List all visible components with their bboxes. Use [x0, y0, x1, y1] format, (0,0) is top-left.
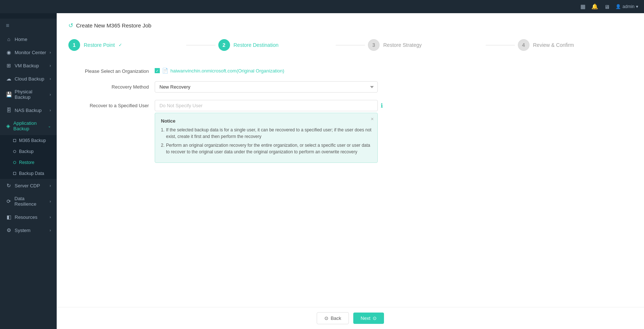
- sidebar-item-application-backup[interactable]: ◈ Application Backup ⌄: [0, 117, 57, 135]
- org-selection: 📄 haiwanvinchin.onmicrosoft.com(Original…: [155, 66, 398, 74]
- sidebar-item-label: Server CDP: [15, 183, 40, 188]
- sidebar-sub-label: M365 Backup: [19, 138, 46, 143]
- application-backup-icon: ◈: [6, 123, 11, 129]
- sidebar-sub-label: Backup Data: [19, 171, 44, 176]
- sidebar-item-home[interactable]: ⌂ Home: [0, 33, 57, 46]
- system-icon: ⚙: [6, 227, 12, 233]
- step-divider-1: [186, 45, 215, 45]
- sidebar-item-label: Resources: [15, 214, 37, 220]
- step-3-label: Restore Strategy: [383, 42, 422, 48]
- chevron-icon: ›: [50, 77, 51, 81]
- step-4-label: Review & Confirm: [533, 42, 574, 48]
- sidebar-item-label: System: [15, 228, 30, 233]
- next-circle-icon: ⊙: [373, 315, 377, 321]
- user-menu[interactable]: 👤 admin ▾: [615, 4, 638, 9]
- home-icon: ⌂: [6, 36, 12, 42]
- sidebar-item-server-cdp[interactable]: ↻ Server CDP ›: [0, 179, 57, 192]
- sidebar-item-physical-backup[interactable]: 💾 Physical Backup ›: [0, 85, 57, 104]
- monitor-icon[interactable]: ▦: [580, 3, 585, 10]
- chevron-icon: ›: [50, 51, 51, 55]
- square-dot-icon: [13, 172, 16, 175]
- step-1-check: ✓: [118, 42, 122, 48]
- sidebar-item-backup[interactable]: Backup: [0, 146, 57, 157]
- data-resilience-icon: ⟳: [6, 198, 12, 204]
- chevron-icon: ›: [50, 199, 51, 203]
- recover-user-row: Recover to a Specified User ℹ × Notice I…: [68, 100, 398, 163]
- sidebar-item-system[interactable]: ⚙ System ›: [0, 224, 57, 237]
- sidebar-item-nas-backup[interactable]: 🗄 NAS Backup ›: [0, 104, 57, 117]
- chevron-icon: ›: [50, 64, 51, 68]
- nas-backup-icon: 🗄: [6, 107, 12, 113]
- bottom-bar: ⊙ Back Next ⊙: [57, 307, 644, 329]
- bell-icon[interactable]: 🔔: [591, 3, 598, 10]
- recovery-method-select[interactable]: New Recovery Overwrite Recovery: [155, 81, 378, 93]
- resources-icon: ◧: [6, 214, 12, 220]
- step-3-circle: 3: [368, 39, 380, 51]
- org-link[interactable]: haiwanvinchin.onmicrosoft.com(Original O…: [170, 68, 284, 74]
- page-title: Create New M365 Restore Job: [76, 22, 151, 29]
- org-checkbox[interactable]: [155, 68, 160, 73]
- sidebar-item-cloud-backup[interactable]: ☁ Cloud Backup ›: [0, 72, 57, 85]
- sidebar-item-label: Data Resilience: [15, 196, 47, 207]
- sidebar-item-monitor-center[interactable]: ◉ Monitor Center ›: [0, 46, 57, 59]
- back-button[interactable]: ⊙ Back: [317, 312, 349, 324]
- display-icon[interactable]: 🖥: [604, 4, 610, 10]
- step-3: 3 Restore Strategy: [368, 39, 483, 51]
- dot-icon: [13, 150, 16, 153]
- sidebar-item-label: Application Backup: [14, 120, 45, 131]
- recover-user-label: Recover to a Specified User: [68, 100, 149, 108]
- sidebar-item-data-resilience[interactable]: ⟳ Data Resilience ›: [0, 192, 57, 210]
- step-divider-2: [336, 45, 365, 45]
- stepper: 1 Restore Point ✓ 2 Restore Destination …: [68, 39, 632, 51]
- step-1-circle: 1: [68, 39, 80, 51]
- hamburger-button[interactable]: ≡: [0, 19, 57, 33]
- org-file-icon: 📄: [162, 68, 168, 74]
- step-4: 4 Review & Confirm: [518, 39, 633, 51]
- org-control: 📄 haiwanvinchin.onmicrosoft.com(Original…: [155, 66, 398, 74]
- sidebar-item-restore[interactable]: Restore: [0, 157, 57, 168]
- step-divider-3: [486, 45, 515, 45]
- step-1: 1 Restore Point ✓: [68, 39, 183, 51]
- chevron-icon: ›: [50, 215, 51, 219]
- chevron-icon: ›: [50, 184, 51, 188]
- sidebar-item-label: Home: [15, 37, 27, 42]
- sidebar-item-label: Monitor Center: [15, 50, 46, 55]
- step-4-circle: 4: [518, 39, 530, 51]
- org-label: Please Select an Organization: [68, 66, 149, 74]
- notice-close-button[interactable]: ×: [371, 116, 374, 122]
- refresh-icon[interactable]: ↺: [68, 22, 73, 29]
- info-icon[interactable]: ℹ: [381, 102, 383, 109]
- step-2-label: Restore Destination: [234, 42, 279, 48]
- user-chevron-icon: ▾: [636, 4, 638, 9]
- next-button[interactable]: Next ⊙: [353, 313, 384, 324]
- sidebar-item-label: NAS Backup: [15, 108, 42, 113]
- recovery-method-row: Recovery Method New Recovery Overwrite R…: [68, 81, 398, 93]
- server-cdp-icon: ↻: [6, 183, 12, 188]
- cloud-backup-icon: ☁: [6, 76, 12, 82]
- sidebar-item-resources[interactable]: ◧ Resources ›: [0, 210, 57, 224]
- sidebar-item-label: VM Backup: [15, 63, 39, 68]
- sidebar-item-m365-backup[interactable]: M365 Backup: [0, 135, 57, 146]
- notice-item-2: Perform an original organization recover…: [161, 142, 372, 155]
- back-label: Back: [331, 315, 341, 321]
- chevron-icon: ›: [50, 108, 51, 112]
- page-title-area: ↺ Create New M365 Restore Job: [68, 22, 632, 29]
- square-dot-icon: [13, 139, 16, 142]
- topbar: ▦ 🔔 🖥 👤 admin ▾: [0, 0, 644, 13]
- sidebar: vinchin ≡ ⌂ Home ◉ Monitor Center › ⊞ VM…: [0, 0, 57, 329]
- notice-list: If the selected backup data is for a sin…: [161, 127, 372, 155]
- org-row: Please Select an Organization 📄 haiwanvi…: [68, 66, 398, 74]
- sidebar-item-label: Cloud Backup: [15, 76, 44, 82]
- application-backup-submenu: M365 Backup Backup Restore Backup Data: [0, 135, 57, 179]
- notice-item-1: If the selected backup data is for a sin…: [161, 127, 372, 140]
- recovery-method-label: Recovery Method: [68, 81, 149, 90]
- recover-user-input[interactable]: [155, 100, 378, 111]
- notice-title: Notice: [161, 118, 372, 124]
- sidebar-item-vm-backup[interactable]: ⊞ VM Backup ›: [0, 59, 57, 72]
- sidebar-sub-label: Restore: [19, 160, 34, 165]
- sidebar-item-backup-data[interactable]: Backup Data: [0, 168, 57, 179]
- step-1-label: Restore Point: [84, 42, 115, 48]
- notice-box: × Notice If the selected backup data is …: [155, 113, 378, 163]
- main-wrapper: ↺ Create New M365 Restore Job 1 Restore …: [57, 0, 644, 329]
- chevron-down-icon: ⌄: [48, 124, 51, 128]
